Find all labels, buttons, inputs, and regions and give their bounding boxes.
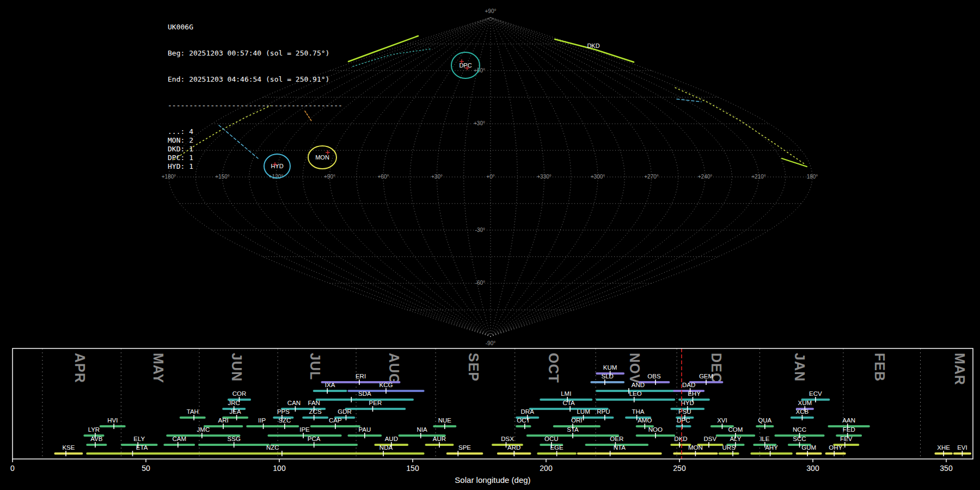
shower-label-dsv: DSV	[703, 436, 716, 442]
shower-label-kcg: KCG	[379, 382, 393, 388]
count-line: DKD: 1	[168, 145, 342, 154]
shower-label-cor: COR	[232, 390, 247, 397]
month-label: JUN	[229, 353, 244, 382]
shower-label-qua: QUA	[758, 417, 771, 424]
shower-label-rpu: RPU	[597, 408, 610, 415]
observation-info: UK006G Beg: 20251203 00:57:40 (sol = 250…	[168, 5, 342, 188]
axis-tick-label: 50	[142, 464, 150, 473]
shower-label-obs: OBS	[647, 373, 661, 379]
shower-label-zcs: ZCS	[309, 408, 322, 415]
shower-label-eri: ERI	[356, 373, 366, 379]
longitude-label: 180°	[807, 174, 818, 180]
meteor-trail	[677, 99, 701, 102]
shower-label-ncc: NCC	[793, 426, 806, 433]
shower-label-xcb: XCB	[796, 408, 809, 415]
shower-label-ipe: IPE	[299, 426, 310, 433]
meteor-station-report: +90°-90°+180°+150°+120°+90°+60°+30°+0°+3…	[0, 0, 980, 490]
month-label: FEB	[872, 353, 887, 382]
shower-label-fan: FAN	[308, 400, 320, 406]
longitude-label: +240°	[698, 174, 713, 180]
count-line: DPC: 1	[168, 154, 342, 162]
count-line: HYD: 1	[168, 162, 342, 171]
shower-label-hvi: HVI	[107, 417, 118, 424]
shower-label-jmc: JMC	[197, 426, 210, 433]
shower-label-dad: DAD	[682, 382, 695, 388]
shower-label-spe: SPE	[458, 444, 471, 451]
shower-label-can: CAN	[287, 400, 301, 406]
station-id: UK006G	[168, 23, 342, 32]
shower-label-nta: NTA	[614, 444, 626, 451]
month-label: JAN	[792, 353, 807, 382]
shower-label-lyr: LYR	[88, 426, 100, 433]
shower-label-cta: CTA	[563, 400, 575, 406]
shower-label-xum: XUM	[798, 400, 812, 406]
shower-label-eta: ETA	[136, 444, 148, 451]
month-label: MAR	[952, 353, 967, 385]
month-label: JUL	[308, 353, 323, 380]
month-label: AUG	[387, 353, 402, 385]
shower-label-nia: NIA	[417, 426, 428, 433]
shower-label-tah: TAH	[187, 408, 199, 415]
shower-label-ari: ARI	[218, 417, 229, 424]
pole-label-south: -90°	[486, 340, 495, 346]
shower-label-dkd: DKD	[674, 436, 687, 442]
shower-label-leo: LEO	[629, 390, 642, 397]
info-divider: ----------------------------------------…	[168, 101, 342, 110]
month-label: SEP	[466, 353, 481, 382]
timeline-group: APRMAYJUNJULAUGSEPOCTNOVDECJANFEBMARKUME…	[10, 348, 973, 485]
longitude-label: +0°	[486, 174, 494, 180]
longitude-label: +270°	[644, 174, 659, 180]
axis-tick-label: 250	[673, 464, 686, 473]
shower-label-cam: CAM	[173, 436, 187, 442]
shower-label-sda: SDA	[358, 390, 371, 397]
shower-label-oer: OER	[610, 436, 623, 442]
axis-tick-label: 150	[406, 464, 419, 473]
shower-label-per: PER	[369, 400, 382, 406]
shower-label-pps: PPS	[277, 408, 290, 415]
shower-label-evi: EVI	[957, 444, 967, 451]
count-line: MON: 2	[168, 136, 342, 145]
shower-label-ely: ELY	[133, 436, 145, 442]
shower-label-hyd: HYD	[681, 400, 694, 406]
count-line: ...: 4	[168, 127, 342, 136]
shower-label-ocu: OCU	[544, 436, 559, 442]
shower-label-avb: AVB	[90, 436, 102, 442]
axis-title: Solar longitude (deg)	[455, 475, 530, 485]
shower-label-cap: CAP	[329, 417, 342, 424]
shower-label-xhe: XHE	[937, 444, 950, 451]
shower-label-amo: AMO	[638, 417, 652, 424]
shower-label-dsx: DSX	[501, 436, 514, 442]
shower-label-oct: OCT	[517, 417, 530, 424]
shower-label-gem: GEM	[699, 373, 713, 379]
month-label: MAY	[151, 353, 166, 383]
longitude-label: +60°	[378, 174, 389, 180]
meteor-trail	[348, 36, 418, 62]
axis-tick-label: 350	[940, 464, 953, 473]
shower-label-aan: AAN	[842, 417, 855, 424]
shower-label-dpc: DPC	[677, 417, 690, 424]
meteor-trail	[675, 88, 805, 164]
shower-label-psu: PSU	[678, 408, 691, 415]
pole-label-north: +90°	[485, 8, 497, 14]
shower-label-kse: KSE	[62, 444, 75, 451]
shower-label-pca: PCA	[308, 436, 321, 442]
axis-tick-label: 100	[273, 464, 286, 473]
radiant-label-dkd: DKD	[587, 42, 599, 49]
session-end: End: 20251203 04:46:54 (sol = 250.91°)	[168, 75, 342, 84]
longitude-label: +300°	[591, 174, 605, 180]
longitude-label: +330°	[537, 174, 552, 180]
shower-label-nzc: NZC	[266, 444, 279, 451]
shower-label-gum: GUM	[801, 444, 816, 451]
session-begin: Beg: 20251203 00:57:40 (sol = 250.75°)	[168, 49, 342, 58]
shower-counts: ...: 4MON: 2DKD: 1DPC: 1HYD: 1	[168, 127, 342, 171]
shower-label-nue: NUE	[438, 417, 452, 424]
shower-label-sld: SLD	[602, 373, 614, 379]
shower-label-iip: IIP	[258, 417, 266, 424]
shower-label-ile: ILE	[760, 436, 770, 442]
shower-label-com: COM	[728, 426, 743, 433]
shower-label-ori: ORI	[571, 417, 582, 424]
shower-label-jea: JEA	[230, 408, 241, 415]
radiant-label-dpc: DPC	[459, 62, 471, 69]
shower-label-ege: EGE	[550, 444, 564, 451]
shower-label-dra: DRA	[521, 408, 535, 415]
